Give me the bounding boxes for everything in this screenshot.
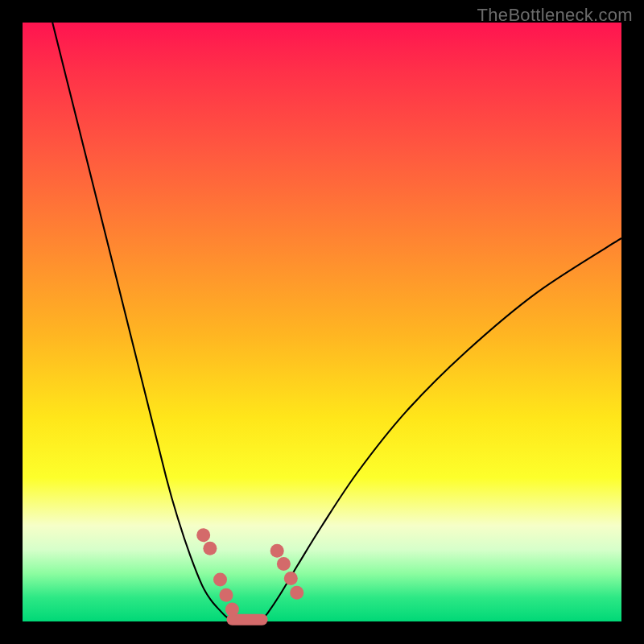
chart-plot-area xyxy=(23,23,621,621)
attribution-watermark: TheBottleneck.com xyxy=(477,5,633,26)
